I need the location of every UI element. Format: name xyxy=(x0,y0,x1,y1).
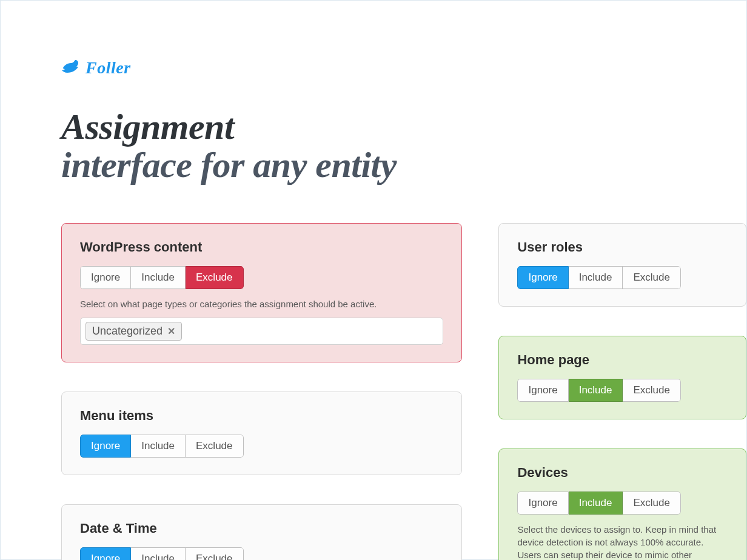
card-devices: Devices Ignore Include Exclude Select th… xyxy=(498,448,746,560)
ignore-button[interactable]: Ignore xyxy=(517,492,568,515)
tag-item: Uncategorized ✕ xyxy=(85,322,182,341)
state-toggle: Ignore Include Exclude xyxy=(80,266,244,289)
include-button[interactable]: Include xyxy=(131,547,186,560)
ignore-button[interactable]: Ignore xyxy=(80,547,131,560)
exclude-button[interactable]: Exclude xyxy=(623,266,680,289)
ignore-button[interactable]: Ignore xyxy=(80,435,131,458)
helper-text: Select on what page types or categories … xyxy=(80,298,443,310)
tag-remove-icon[interactable]: ✕ xyxy=(166,325,176,337)
state-toggle: Ignore Include Exclude xyxy=(80,547,244,560)
include-button[interactable]: Include xyxy=(131,435,186,458)
card-menu-items: Menu items Ignore Include Exclude xyxy=(61,392,462,475)
brand-logo: Foller xyxy=(61,58,746,78)
card-title: Date & Time xyxy=(80,521,443,536)
card-title: Menu items xyxy=(80,408,443,424)
state-toggle: Ignore Include Exclude xyxy=(517,379,681,402)
card-title: Home page xyxy=(517,352,728,368)
tag-label: Uncategorized xyxy=(92,325,162,338)
include-button[interactable]: Include xyxy=(569,492,623,515)
include-button[interactable]: Include xyxy=(569,266,623,289)
ignore-button[interactable]: Ignore xyxy=(517,379,568,402)
card-title: Devices xyxy=(517,465,728,481)
card-date-time: Date & Time Ignore Include Exclude xyxy=(61,504,462,560)
hero-line-1: Assignment xyxy=(61,108,746,146)
card-title: WordPress content xyxy=(80,239,443,255)
card-home-page: Home page Ignore Include Exclude xyxy=(498,336,746,419)
card-title: User roles xyxy=(517,239,728,255)
hero-line-2: interface for any entity xyxy=(61,146,746,184)
tag-input[interactable]: Uncategorized ✕ xyxy=(80,318,443,345)
hero-heading: Assignment interface for any entity xyxy=(61,108,746,184)
state-toggle: Ignore Include Exclude xyxy=(517,492,681,515)
include-button[interactable]: Include xyxy=(569,379,623,402)
exclude-button[interactable]: Exclude xyxy=(623,492,680,515)
include-button[interactable]: Include xyxy=(131,266,186,289)
ignore-button[interactable]: Ignore xyxy=(80,266,131,289)
card-user-roles: User roles Ignore Include Exclude xyxy=(498,223,746,307)
state-toggle: Ignore Include Exclude xyxy=(517,266,681,289)
exclude-button[interactable]: Exclude xyxy=(186,547,243,560)
exclude-button[interactable]: Exclude xyxy=(186,266,243,289)
exclude-button[interactable]: Exclude xyxy=(186,435,243,458)
exclude-button[interactable]: Exclude xyxy=(623,379,680,402)
bird-icon xyxy=(61,58,79,78)
state-toggle: Ignore Include Exclude xyxy=(80,435,244,458)
card-wordpress-content: WordPress content Ignore Include Exclude… xyxy=(61,223,462,362)
ignore-button[interactable]: Ignore xyxy=(517,266,568,289)
brand-name: Foller xyxy=(85,58,131,78)
helper-text: Select the devices to assign to. Keep in… xyxy=(517,523,728,560)
